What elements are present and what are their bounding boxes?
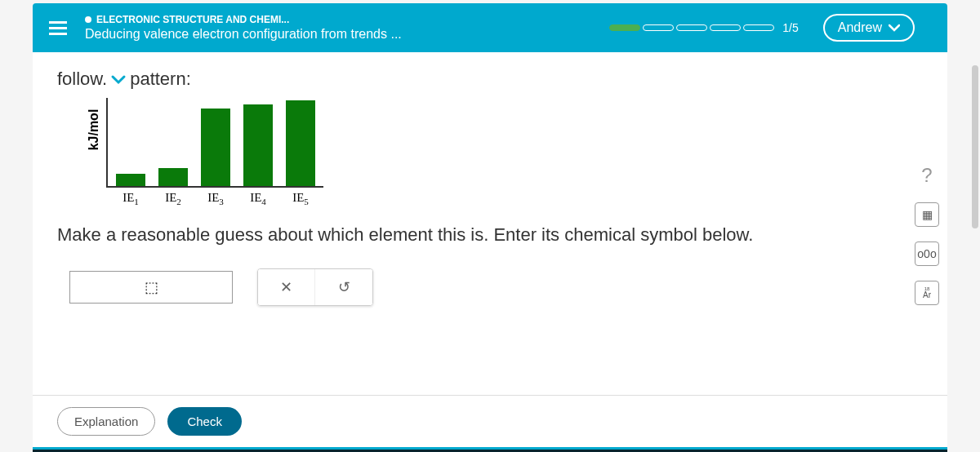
y-axis-label: kJ/mol (87, 109, 101, 151)
progress-bar (609, 24, 774, 31)
user-menu-button[interactable]: Andrew (823, 14, 915, 42)
scrollbar[interactable] (972, 65, 978, 228)
progress-seg (743, 24, 774, 31)
intro-right: pattern: (130, 69, 191, 90)
calculator-button[interactable]: ▦ (915, 202, 939, 227)
footer: © 2023 McGraw Hill LLC. All Rights Reser… (33, 447, 947, 452)
user-name: Andrew (838, 20, 882, 35)
bar-ie1 (116, 174, 145, 186)
bar-label: IE2 (158, 191, 188, 206)
menu-icon[interactable] (49, 18, 69, 38)
chart-tool-button[interactable]: o0o (915, 242, 939, 266)
answer-input[interactable] (69, 271, 233, 304)
bar-ie5 (286, 100, 315, 186)
header-subtitle: Deducing valence electron configuration … (85, 27, 609, 42)
progress-seg (609, 24, 640, 31)
bar-ie4 (243, 104, 273, 186)
periodic-table-button[interactable]: 18Ar (915, 281, 939, 305)
category-text: ELECTRONIC STRUCTURE AND CHEMI... (96, 14, 289, 25)
tool-buttons: ✕ ↺ (257, 268, 373, 306)
chevron-down-icon (889, 20, 900, 35)
header-titles: ELECTRONIC STRUCTURE AND CHEMI... Deduci… (85, 14, 609, 42)
bar-label: IE3 (201, 191, 230, 206)
undo-button[interactable]: ↺ (315, 269, 372, 305)
header-category: ELECTRONIC STRUCTURE AND CHEMI... (85, 14, 609, 25)
intro-text: follow. pattern: (57, 69, 923, 90)
clear-button[interactable]: ✕ (258, 269, 315, 305)
content-area: follow. pattern: kJ/mol IE1 IE2 IE3 IE4 … (33, 52, 947, 395)
ionization-chart: kJ/mol (106, 98, 923, 188)
dot-icon (85, 16, 91, 23)
bar-labels: IE1 IE2 IE3 IE4 IE5 (116, 191, 923, 206)
explanation-button[interactable]: Explanation (57, 407, 155, 436)
bar-ie2 (158, 168, 188, 186)
bottom-bar: Explanation Check (33, 395, 947, 447)
input-row: ✕ ↺ (69, 268, 923, 306)
bar-label: IE1 (116, 191, 145, 206)
app-header: ELECTRONIC STRUCTURE AND CHEMI... Deduci… (33, 3, 947, 52)
progress-text: 1/5 (782, 21, 798, 34)
progress-area: 1/5 (609, 21, 798, 34)
progress-seg (710, 24, 741, 31)
help-button[interactable]: ? (915, 163, 939, 188)
bar-label: IE5 (286, 191, 315, 206)
question-text: Make a reasonable guess about which elem… (57, 223, 923, 248)
intro-left: follow. (57, 69, 107, 90)
expand-icon[interactable] (110, 70, 127, 89)
bar-ie3 (201, 109, 230, 186)
side-tools: ? ▦ o0o 18Ar (915, 163, 939, 305)
bars-container (106, 98, 323, 188)
check-button[interactable]: Check (167, 407, 242, 436)
progress-seg (676, 24, 707, 31)
progress-seg (643, 24, 674, 31)
bar-label: IE4 (243, 191, 273, 206)
